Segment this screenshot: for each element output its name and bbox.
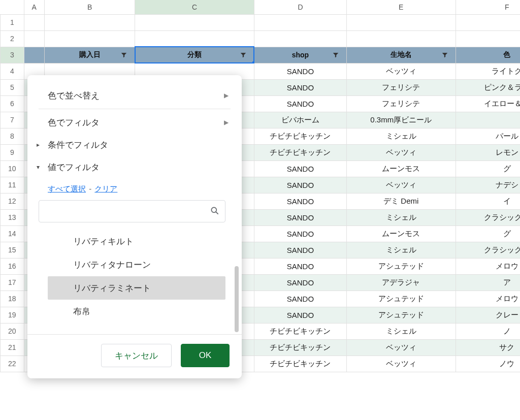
cell[interactable]: ベッツィ	[347, 63, 456, 79]
column-header-E[interactable]: E	[347, 0, 456, 14]
column-header-C[interactable]: C	[135, 0, 254, 14]
cell[interactable]: フェリシテ	[347, 79, 456, 95]
cell[interactable]: レモン	[456, 144, 520, 160]
row-header[interactable]: 11	[1, 177, 24, 193]
row-header[interactable]: 12	[1, 193, 24, 209]
cell[interactable]	[135, 30, 254, 47]
row-header[interactable]: 17	[1, 274, 24, 290]
filter-search-input[interactable]	[44, 207, 210, 216]
column-header-B[interactable]: B	[45, 0, 135, 14]
cell[interactable]: ベッツィ	[347, 339, 456, 356]
cell[interactable]: 0.3mm厚ビニール	[347, 112, 456, 128]
cell[interactable]: ア	[456, 274, 520, 290]
cell[interactable]: アシュテッド	[347, 307, 456, 323]
cell[interactable]	[135, 14, 254, 30]
row-header[interactable]: 4	[1, 63, 24, 79]
cell[interactable]: SANDO	[254, 258, 346, 274]
filter-by-color-item[interactable]: 色でフィルタ ▶	[39, 111, 231, 134]
cell[interactable]: パール	[456, 128, 520, 144]
column-header-D[interactable]: D	[254, 0, 346, 14]
cell[interactable]: ムーンモス	[347, 160, 456, 177]
filter-value-item[interactable]: 布帛	[48, 300, 225, 323]
cell[interactable]: SANDO	[254, 160, 346, 177]
ok-button[interactable]: OK	[181, 344, 230, 367]
row-header[interactable]: 10	[1, 160, 24, 177]
row-header[interactable]: 5	[1, 79, 24, 95]
header-cell-F[interactable]: 色	[456, 47, 520, 63]
row-header[interactable]: 16	[1, 258, 24, 274]
column-header-F[interactable]: F	[456, 0, 520, 14]
cell[interactable]	[24, 14, 44, 30]
filter-icon[interactable]	[238, 49, 249, 60]
cell[interactable]: イ	[456, 193, 520, 209]
cell[interactable]: ノ	[456, 323, 520, 339]
header-cell-A[interactable]	[24, 47, 44, 63]
cell[interactable]: SANDO	[254, 225, 346, 242]
filter-value-item[interactable]: リバティキルト	[48, 230, 225, 253]
cancel-button[interactable]: キャンセル	[101, 344, 172, 367]
filter-value-item[interactable]: リバティラミネート	[48, 276, 225, 300]
cell[interactable]: ミシェル	[347, 323, 456, 339]
cell[interactable]: チビチビキッチン	[254, 339, 346, 356]
row-header[interactable]: 21	[1, 339, 24, 356]
cell[interactable]	[254, 14, 346, 30]
row-header[interactable]: 19	[1, 307, 24, 323]
corner-cell[interactable]	[1, 0, 24, 14]
cell[interactable]	[24, 30, 44, 47]
cell[interactable]: ピンク＆ライ	[456, 79, 520, 95]
scrollbar-thumb[interactable]	[235, 266, 239, 332]
cell[interactable]: クラシックピ	[456, 209, 520, 225]
clear-link[interactable]: クリア	[94, 184, 117, 193]
cell[interactable]: SANDO	[254, 63, 346, 79]
cell[interactable]: ミシェル	[347, 209, 456, 225]
cell[interactable]: メロウ	[456, 290, 520, 307]
cell[interactable]: デミ Demi	[347, 193, 456, 209]
cell[interactable]	[254, 30, 346, 47]
cell[interactable]: ベッツィ	[347, 144, 456, 160]
row-header[interactable]: 6	[1, 95, 24, 112]
header-cell-E[interactable]: 生地名	[347, 47, 456, 63]
row-header[interactable]: 20	[1, 323, 24, 339]
cell[interactable]: チビチビキッチン	[254, 128, 346, 144]
cell[interactable]: ミシェル	[347, 128, 456, 144]
header-cell-D[interactable]: shop	[254, 47, 346, 63]
cell[interactable]: ミシェル	[347, 242, 456, 258]
cell[interactable]: SANDO	[254, 242, 346, 258]
cell[interactable]: SANDO	[254, 209, 346, 225]
filter-by-values-item[interactable]: ▾ 値でフィルタ	[39, 156, 231, 178]
cell[interactable]: SANDO	[254, 79, 346, 95]
cell[interactable]	[347, 14, 456, 30]
row-header[interactable]: 7	[1, 112, 24, 128]
cell[interactable]: クレー	[456, 307, 520, 323]
cell[interactable]: SANDO	[254, 274, 346, 290]
row-header[interactable]: 13	[1, 209, 24, 225]
cell[interactable]: SANDO	[254, 290, 346, 307]
row-header[interactable]: 2	[1, 30, 24, 47]
cell[interactable]: グ	[456, 225, 520, 242]
cell[interactable]: ライトグ	[456, 63, 520, 79]
cell[interactable]: ムーンモス	[347, 225, 456, 242]
cell[interactable]: SANDO	[254, 177, 346, 193]
cell[interactable]	[45, 14, 135, 30]
cell[interactable]: ビバホーム	[254, 112, 346, 128]
filter-by-condition-item[interactable]: ▸ 条件でフィルタ	[39, 134, 231, 156]
row-header[interactable]: 8	[1, 128, 24, 144]
cell[interactable]: ノウ	[456, 356, 520, 372]
row-header[interactable]: 22	[1, 356, 24, 372]
cell[interactable]	[347, 30, 456, 47]
cell[interactable]: ナデシ	[456, 177, 520, 193]
cell[interactable]: アシュテッド	[347, 290, 456, 307]
cell[interactable]: アデラジャ	[347, 274, 456, 290]
cell[interactable]: チビチビキッチン	[254, 144, 346, 160]
cell[interactable]: サク	[456, 339, 520, 356]
cell[interactable]	[45, 30, 135, 47]
cell[interactable]	[456, 30, 520, 47]
row-header[interactable]: 15	[1, 242, 24, 258]
cell[interactable]: SANDO	[254, 193, 346, 209]
header-cell-C[interactable]: 分類	[135, 47, 254, 63]
cell[interactable]: チビチビキッチン	[254, 323, 346, 339]
cell[interactable]: メロウ	[456, 258, 520, 274]
cell[interactable]: クラシックピ	[456, 242, 520, 258]
cell[interactable]	[456, 112, 520, 128]
sort-by-color-item[interactable]: 色で並べ替え ▶	[39, 84, 231, 107]
